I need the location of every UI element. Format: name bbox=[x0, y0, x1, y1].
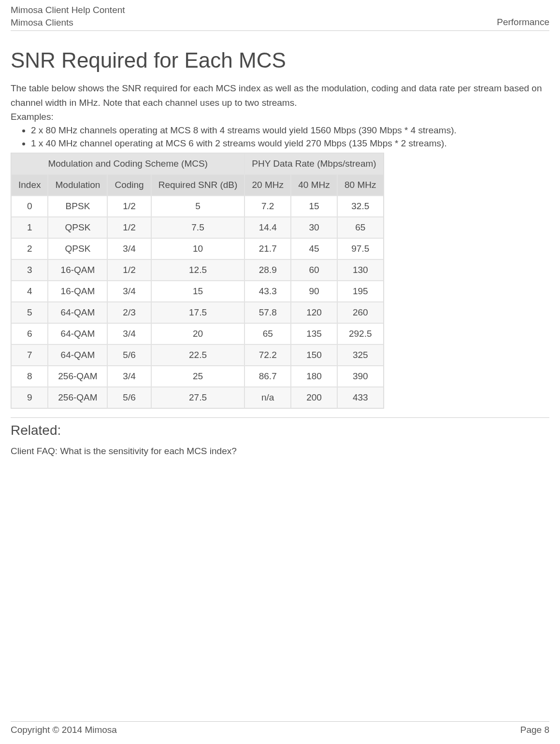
table-cell: 16-QAM bbox=[48, 281, 107, 302]
table-cell: 180 bbox=[291, 366, 337, 387]
copyright: Copyright © 2014 Mimosa bbox=[11, 725, 117, 735]
table-cell: n/a bbox=[244, 387, 291, 408]
table-cell: QPSK bbox=[48, 217, 107, 238]
col-header: Required SNR (dB) bbox=[151, 174, 245, 196]
examples-label: Examples: bbox=[11, 112, 549, 122]
col-header: Coding bbox=[107, 174, 151, 196]
table-cell: 25 bbox=[151, 366, 245, 387]
table-cell: 1/2 bbox=[107, 259, 151, 281]
table-cell: 3/4 bbox=[107, 323, 151, 344]
table-cell: 10 bbox=[151, 238, 245, 259]
table-cell: 4 bbox=[11, 281, 48, 302]
header-title-line2: Mimosa Clients bbox=[11, 16, 125, 29]
table-cell: 90 bbox=[291, 281, 337, 302]
table-cell: 3/4 bbox=[107, 238, 151, 259]
table-cell: 14.4 bbox=[244, 217, 291, 238]
table-cell: 30 bbox=[291, 217, 337, 238]
table-row: 8256-QAM3/42586.7180390 bbox=[11, 366, 384, 387]
table-cell: 200 bbox=[291, 387, 337, 408]
table-cell: 64-QAM bbox=[48, 302, 107, 323]
table-cell: 1 bbox=[11, 217, 48, 238]
group-header-phy: PHY Data Rate (Mbps/stream) bbox=[244, 153, 383, 174]
examples-list: 2 x 80 MHz channels operating at MCS 8 w… bbox=[11, 124, 549, 150]
table-cell: 32.5 bbox=[337, 196, 384, 217]
table-cell: 7 bbox=[11, 344, 48, 366]
table-cell: 3/4 bbox=[107, 281, 151, 302]
table-row: 416-QAM3/41543.390195 bbox=[11, 281, 384, 302]
table-cell: 27.5 bbox=[151, 387, 245, 408]
col-header: 20 MHz bbox=[244, 174, 291, 196]
table-cell: QPSK bbox=[48, 238, 107, 259]
table-cell: 135 bbox=[291, 323, 337, 344]
table-cell: 28.9 bbox=[244, 259, 291, 281]
table-cell: 1/2 bbox=[107, 217, 151, 238]
table-cell: 65 bbox=[244, 323, 291, 344]
table-cell: 3 bbox=[11, 259, 48, 281]
table-cell: 43.3 bbox=[244, 281, 291, 302]
table-row: 2QPSK3/41021.74597.5 bbox=[11, 238, 384, 259]
table-cell: 86.7 bbox=[244, 366, 291, 387]
table-cell: 15 bbox=[291, 196, 337, 217]
table-cell: 45 bbox=[291, 238, 337, 259]
table-row: 764-QAM5/622.572.2150325 bbox=[11, 344, 384, 366]
table-cell: 17.5 bbox=[151, 302, 245, 323]
table-row: 9256-QAM5/627.5n/a200433 bbox=[11, 387, 384, 408]
table-row: 664-QAM3/42065135292.5 bbox=[11, 323, 384, 344]
table-cell: 433 bbox=[337, 387, 384, 408]
table-cell: 5/6 bbox=[107, 344, 151, 366]
table-cell: 6 bbox=[11, 323, 48, 344]
table-cell: 256-QAM bbox=[48, 387, 107, 408]
page-number: Page 8 bbox=[520, 725, 549, 735]
table-cell: 195 bbox=[337, 281, 384, 302]
page-title: SNR Required for Each MCS bbox=[11, 48, 549, 72]
table-cell: 7.2 bbox=[244, 196, 291, 217]
table-cell: 64-QAM bbox=[48, 323, 107, 344]
table-cell: 5 bbox=[11, 302, 48, 323]
intro-paragraph: The table below shows the SNR required f… bbox=[11, 81, 549, 110]
table-cell: 15 bbox=[151, 281, 245, 302]
table-cell: 22.5 bbox=[151, 344, 245, 366]
col-header: 80 MHz bbox=[337, 174, 384, 196]
table-row: 0BPSK1/257.21532.5 bbox=[11, 196, 384, 217]
table-cell: 8 bbox=[11, 366, 48, 387]
table-cell: 2/3 bbox=[107, 302, 151, 323]
table-cell: 7.5 bbox=[151, 217, 245, 238]
list-item: 1 x 40 MHz channel operating at MCS 6 wi… bbox=[31, 137, 549, 150]
header-title-line1: Mimosa Client Help Content bbox=[11, 4, 125, 16]
table-cell: 97.5 bbox=[337, 238, 384, 259]
table-cell: 260 bbox=[337, 302, 384, 323]
table-cell: BPSK bbox=[48, 196, 107, 217]
table-cell: 9 bbox=[11, 387, 48, 408]
table-cell: 21.7 bbox=[244, 238, 291, 259]
table-cell: 130 bbox=[337, 259, 384, 281]
table-cell: 20 bbox=[151, 323, 245, 344]
mcs-table: Modulation and Coding Scheme (MCS) PHY D… bbox=[11, 153, 384, 409]
table-cell: 16-QAM bbox=[48, 259, 107, 281]
table-cell: 65 bbox=[337, 217, 384, 238]
table-cell: 150 bbox=[291, 344, 337, 366]
header-section: Performance bbox=[497, 16, 549, 29]
header-left: Mimosa Client Help Content Mimosa Client… bbox=[11, 4, 125, 29]
group-header-mcs: Modulation and Coding Scheme (MCS) bbox=[11, 153, 244, 174]
table-cell: 72.2 bbox=[244, 344, 291, 366]
col-header: 40 MHz bbox=[291, 174, 337, 196]
divider bbox=[11, 417, 549, 418]
table-cell: 3/4 bbox=[107, 366, 151, 387]
page-footer: Copyright © 2014 Mimosa Page 8 bbox=[11, 721, 549, 735]
table-cell: 292.5 bbox=[337, 323, 384, 344]
list-item: 2 x 80 MHz channels operating at MCS 8 w… bbox=[31, 124, 549, 137]
table-row: 316-QAM1/212.528.960130 bbox=[11, 259, 384, 281]
table-cell: 390 bbox=[337, 366, 384, 387]
page-header: Mimosa Client Help Content Mimosa Client… bbox=[11, 4, 549, 31]
table-cell: 0 bbox=[11, 196, 48, 217]
col-header: Modulation bbox=[48, 174, 107, 196]
table-cell: 325 bbox=[337, 344, 384, 366]
table-cell: 64-QAM bbox=[48, 344, 107, 366]
related-heading: Related: bbox=[11, 423, 549, 438]
table-row: 1QPSK1/27.514.43065 bbox=[11, 217, 384, 238]
table-row: 564-QAM2/317.557.8120260 bbox=[11, 302, 384, 323]
col-header: Index bbox=[11, 174, 48, 196]
related-link[interactable]: Client FAQ: What is the sensitivity for … bbox=[11, 446, 549, 457]
table-cell: 5/6 bbox=[107, 387, 151, 408]
table-cell: 12.5 bbox=[151, 259, 245, 281]
